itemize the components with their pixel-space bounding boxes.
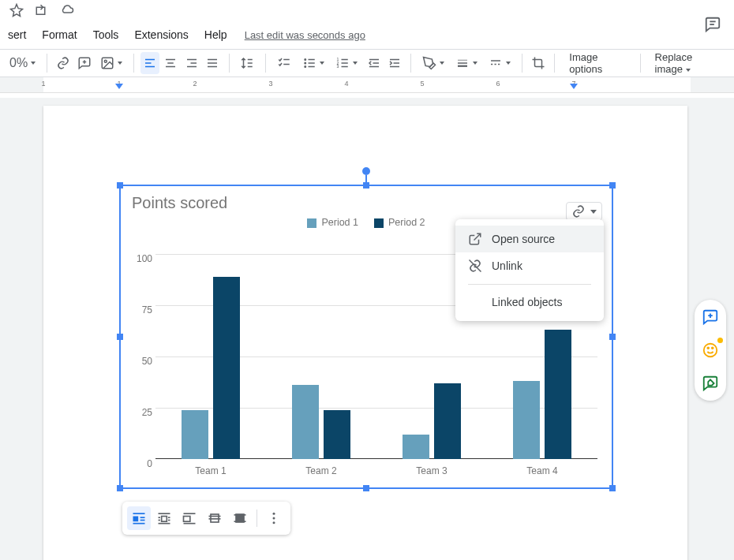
chart-bar	[513, 381, 540, 459]
indent-marker-icon[interactable]	[570, 84, 578, 89]
emoji-reaction-button[interactable]	[699, 339, 721, 361]
menu-open-source[interactable]: Open source	[455, 226, 604, 252]
border-dash-icon[interactable]	[484, 52, 515, 74]
y-axis-tick: 0	[129, 458, 152, 469]
x-axis-tick: Team 2	[305, 465, 336, 476]
svg-point-75	[707, 347, 709, 349]
image-options-button[interactable]: Image options	[561, 51, 633, 75]
insert-image-icon[interactable]	[95, 52, 127, 74]
svg-rect-49	[133, 517, 139, 522]
ruler-number: 5	[420, 80, 424, 88]
last-edit-info[interactable]: Last edit was seconds ago	[245, 29, 365, 41]
add-comment-button[interactable]	[699, 306, 721, 328]
unlink-icon	[468, 259, 482, 273]
add-comment-icon[interactable]	[74, 52, 93, 74]
y-axis-tick: 25	[129, 407, 152, 418]
zoom-dropdown[interactable]: 0%	[5, 52, 40, 74]
resize-handle-ne[interactable]	[609, 182, 616, 189]
svg-point-69	[273, 513, 275, 515]
move-icon[interactable]	[35, 3, 49, 21]
x-axis-tick: Team 1	[195, 465, 226, 476]
x-axis-tick: Team 3	[416, 465, 447, 476]
svg-line-46	[474, 233, 481, 240]
suggest-edits-button[interactable]	[699, 372, 721, 394]
x-axis-tick: Team 4	[526, 465, 557, 476]
star-icon[interactable]	[9, 3, 24, 21]
crop-icon[interactable]	[529, 52, 548, 74]
chart-bar	[292, 385, 319, 459]
ruler-number: 1	[41, 80, 45, 88]
comment-history-icon[interactable]	[704, 16, 721, 36]
line-spacing-icon[interactable]	[235, 52, 259, 74]
menu-linked-objects[interactable]: Linked objects	[455, 289, 604, 315]
menu-label: Linked objects	[492, 296, 563, 308]
resize-handle-nw[interactable]	[117, 182, 123, 189]
menu-bar: sert Format Tools Extensions Help Last e…	[0, 22, 734, 49]
replace-image-dropdown[interactable]: Replace image	[647, 51, 729, 75]
resize-handle-e[interactable]	[609, 334, 616, 340]
menu-insert[interactable]: sert	[0, 24, 34, 46]
insert-link-icon[interactable]	[54, 52, 73, 74]
chevron-down-icon	[590, 210, 597, 214]
link-icon	[571, 204, 586, 218]
ruler-number: 2	[193, 80, 197, 88]
linked-chart-menu: Open source Unlink Linked objects	[455, 219, 604, 321]
checklist-icon[interactable]	[272, 52, 296, 74]
svg-point-5	[104, 60, 107, 62]
ruler-number: 4	[344, 80, 348, 88]
resize-handle-se[interactable]	[609, 485, 616, 491]
legend-item: Period 2	[374, 217, 425, 228]
border-weight-icon[interactable]	[451, 52, 482, 74]
align-center-icon[interactable]	[161, 52, 180, 74]
menu-tools[interactable]: Tools	[85, 24, 127, 46]
page: Points scored Period 1Period 2 025507510…	[43, 106, 687, 560]
indent-decrease-icon[interactable]	[364, 52, 383, 74]
open-external-icon	[468, 232, 482, 246]
y-axis-tick: 50	[129, 356, 152, 367]
ruler[interactable]: 11234567	[0, 77, 734, 93]
cloud-icon[interactable]	[60, 3, 74, 21]
resize-handle-s[interactable]	[363, 485, 369, 491]
wrap-front-icon[interactable]	[228, 506, 252, 530]
resize-handle-sw[interactable]	[117, 485, 123, 491]
bullet-list-icon[interactable]	[298, 52, 329, 74]
linked-chart-controls[interactable]	[566, 202, 602, 221]
rotation-handle[interactable]	[362, 167, 370, 175]
svg-rect-68	[236, 514, 244, 522]
menu-format[interactable]: Format	[34, 24, 84, 46]
border-color-icon[interactable]	[418, 52, 449, 74]
align-justify-icon[interactable]	[203, 52, 222, 74]
more-options-icon[interactable]	[262, 506, 286, 530]
svg-point-25	[305, 62, 306, 64]
wrap-inline-icon[interactable]	[127, 506, 151, 530]
chart-bar	[403, 435, 429, 459]
svg-point-27	[305, 66, 306, 68]
svg-point-71	[273, 521, 275, 524]
numbered-list-icon[interactable]: 123	[331, 52, 362, 74]
menu-label: Open source	[492, 233, 555, 245]
chart-bar	[213, 277, 240, 459]
align-right-icon[interactable]	[182, 52, 201, 74]
svg-rect-54	[162, 517, 167, 522]
resize-handle-w[interactable]	[117, 334, 123, 340]
menu-label: Unlink	[492, 259, 522, 272]
legend-item: Period 1	[307, 217, 358, 228]
align-left-icon[interactable]	[140, 52, 159, 74]
wrap-text-icon[interactable]	[152, 506, 176, 530]
svg-rect-61	[184, 517, 190, 522]
toolbar: 0% 123 Image options Replace image	[0, 49, 734, 77]
indent-increase-icon[interactable]	[385, 52, 404, 74]
chart-title: Points scored	[124, 189, 609, 215]
resize-handle-n[interactable]	[363, 182, 369, 189]
side-comment-panel	[695, 300, 726, 401]
menu-extensions[interactable]: Extensions	[126, 24, 196, 46]
svg-point-70	[273, 517, 275, 520]
chart-bar	[545, 330, 571, 459]
menu-help[interactable]: Help	[197, 24, 235, 46]
indent-marker-icon[interactable]	[115, 84, 123, 89]
ruler-number: 6	[496, 80, 500, 88]
wrap-behind-icon[interactable]	[203, 506, 227, 530]
chart-bar	[434, 383, 461, 459]
menu-unlink[interactable]: Unlink	[455, 252, 604, 279]
wrap-break-icon[interactable]	[178, 506, 201, 530]
